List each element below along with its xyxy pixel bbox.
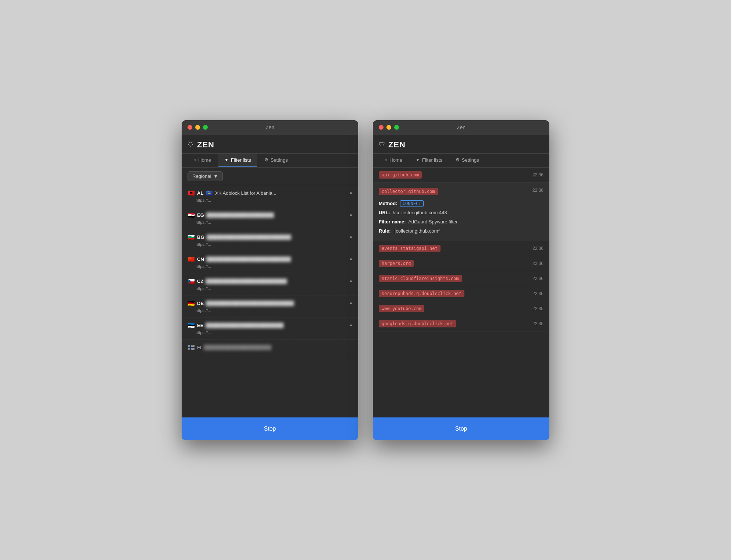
filter-url-eg: https://... — [196, 220, 352, 225]
tabs-left: ○ Home ▼ Filter lists ⚙ Settings — [182, 154, 358, 168]
request-url-0: api.github.com — [379, 171, 422, 179]
detail-filter-name: Filter name: AdGuard Spyware filter — [379, 219, 543, 225]
request-url-3: harpers.org — [379, 260, 414, 267]
request-item-6[interactable]: www.youtube.com 22:35 — [373, 301, 549, 316]
filter-item-cn[interactable]: 🇨🇳 CN █████████████████████████ ● https:… — [182, 251, 358, 273]
filter-item-ee[interactable]: 🇪🇪 EE ███████████████████████ ● https://… — [182, 317, 358, 340]
toggle-ee[interactable]: ● — [350, 323, 352, 328]
rule-label: Rule: — [379, 228, 391, 234]
filter-item-partial-header: 🇫🇮 FI ████████████████████ — [188, 344, 352, 351]
filter-item-eg[interactable]: 🇪🇬 EG ████████████████████ ● https://... — [182, 207, 358, 229]
url-label: URL: — [379, 210, 390, 215]
tab-filter-lists-left[interactable]: ▼ Filter lists — [218, 154, 257, 167]
request-list: api.github.com 22:36 collector.github.co… — [373, 168, 549, 331]
maximize-button[interactable] — [203, 125, 208, 130]
flag-bg: 🇧🇬 — [188, 234, 195, 241]
detail-url: URL: //collector.github.com:443 — [379, 210, 543, 215]
app-header-left: 🛡 ZEN — [182, 135, 358, 154]
request-item-4[interactable]: static.cloudflareinsights.com 22:36 — [373, 271, 549, 286]
method-value: CONNECT — [400, 200, 424, 207]
filter-item-bg-header: 🇧🇬 BG █████████████████████████ ● — [188, 234, 352, 241]
code-cn: CN — [197, 256, 204, 262]
detail-rule: Rule: ||collector.github.com^ — [379, 228, 543, 234]
toggle-bg[interactable]: ● — [350, 234, 352, 240]
filter-name-bg: █████████████████████████ — [207, 234, 347, 240]
toggle-eg[interactable]: ● — [350, 212, 352, 218]
filter-url-al: https://... — [196, 198, 352, 202]
request-item-5[interactable]: securepubads.g.doubleclick.net 22:36 — [373, 286, 549, 301]
request-url-1: collector.github.com — [379, 188, 438, 195]
app-logo-right: ZEN — [388, 140, 406, 150]
detail-method: Method: CONNECT — [379, 201, 543, 206]
tabs-right: ○ Home ▼ Filter lists ⚙ Settings — [373, 154, 549, 168]
filter-toolbar: Regional ▼ — [182, 168, 358, 185]
app-logo-left: ZEN — [197, 140, 214, 150]
filter-icon-left: ▼ — [224, 157, 229, 162]
maximize-button-right[interactable] — [394, 125, 399, 130]
filter-name-label: Filter name: — [379, 219, 406, 225]
tab-filter-lists-right[interactable]: ▼ Filter lists — [410, 154, 448, 167]
request-time-1: 22:36 — [532, 188, 543, 195]
filter-item-bg[interactable]: 🇧🇬 BG █████████████████████████ ● https:… — [182, 229, 358, 251]
filter-url-de: https://... — [196, 308, 352, 313]
tab-settings-right[interactable]: ⚙ Settings — [450, 154, 485, 167]
stop-button-right[interactable]: Stop — [379, 422, 543, 436]
request-time-6: 22:35 — [532, 306, 543, 311]
left-window: Zen 🛡 ZEN ○ Home ▼ Filter lists ⚙ Settin… — [182, 120, 358, 440]
filter-item-de-header: 🇩🇪 DE ██████████████████████████ ● — [188, 300, 352, 307]
code-ee: EE — [197, 323, 203, 328]
filter-item-de[interactable]: 🇩🇪 DE ██████████████████████████ ● https… — [182, 295, 358, 317]
shield-icon-left: 🛡 — [188, 141, 194, 148]
request-time-3: 22:36 — [532, 261, 543, 266]
flag-partial: 🇫🇮 — [188, 344, 195, 351]
stop-bar-right: Stop — [373, 417, 549, 440]
tab-settings-left[interactable]: ⚙ Settings — [258, 154, 294, 167]
request-item-1[interactable]: collector.github.com 22:36 Method: CONNE… — [373, 183, 549, 241]
minimize-button[interactable] — [195, 125, 200, 130]
toggle-al[interactable]: ● — [350, 190, 352, 195]
window-title-right: Zen — [457, 125, 466, 130]
window-title-left: Zen — [265, 125, 274, 130]
tab-home-right[interactable]: ○ Home — [379, 154, 408, 167]
flag-cz: 🇨🇿 — [188, 278, 195, 285]
method-label: Method: — [379, 201, 397, 206]
traffic-lights-right — [379, 125, 399, 130]
rule-value: ||collector.github.com^ — [393, 228, 441, 234]
flag-eg: 🇪🇬 — [188, 212, 195, 219]
shield-icon-right: 🛡 — [379, 141, 385, 148]
request-item-3[interactable]: harpers.org 22:36 — [373, 256, 549, 271]
request-item-2[interactable]: events.statsigapi.net 22:36 — [373, 241, 549, 256]
stop-button-left[interactable]: Stop — [188, 422, 352, 436]
home-icon-left: ○ — [193, 157, 196, 162]
tab-home-left[interactable]: ○ Home — [188, 154, 217, 167]
code-cz: CZ — [197, 279, 203, 284]
filter-name-cn: █████████████████████████ — [206, 256, 347, 262]
settings-icon-left: ⚙ — [264, 157, 268, 162]
title-bar-right: Zen — [373, 120, 549, 135]
request-url-2: events.statsigapi.net — [379, 245, 441, 252]
close-button[interactable] — [188, 125, 192, 130]
filter-name-ee: ███████████████████████ — [206, 323, 347, 328]
request-time-0: 22:36 — [532, 172, 543, 177]
flag-al: 🇦🇱 — [188, 190, 195, 197]
filter-name-partial: ████████████████████ — [204, 345, 352, 350]
request-time-5: 22:36 — [532, 291, 543, 296]
request-item-7[interactable]: googleads.g.doubleclick.net 22:35 — [373, 316, 549, 331]
minimize-button-right[interactable] — [386, 125, 391, 130]
title-bar-left: Zen — [182, 120, 358, 135]
dropdown-arrow-icon: ▼ — [213, 173, 218, 179]
request-url-6: www.youtube.com — [379, 305, 424, 312]
regional-dropdown[interactable]: Regional ▼ — [188, 171, 223, 181]
toggle-cz[interactable]: ● — [350, 279, 352, 284]
filter-content: Regional ▼ 🇦🇱 AL 🇽🇰 XK Adblock List for … — [182, 168, 358, 417]
flag-xk: 🇽🇰 — [206, 190, 213, 197]
toggle-de[interactable]: ● — [350, 301, 352, 306]
filter-item-cz[interactable]: 🇨🇿 CZ ████████████████████████ ● https:/… — [182, 273, 358, 295]
toggle-cn[interactable]: ● — [350, 256, 352, 262]
request-item-0[interactable]: api.github.com 22:36 — [373, 168, 549, 183]
code-eg: EG — [197, 212, 204, 218]
close-button-right[interactable] — [379, 125, 384, 130]
filter-item-al[interactable]: 🇦🇱 AL 🇽🇰 XK Adblock List for Albania... … — [182, 185, 358, 207]
code-al: AL — [197, 190, 203, 196]
request-item-1-header: collector.github.com 22:36 — [379, 188, 543, 195]
